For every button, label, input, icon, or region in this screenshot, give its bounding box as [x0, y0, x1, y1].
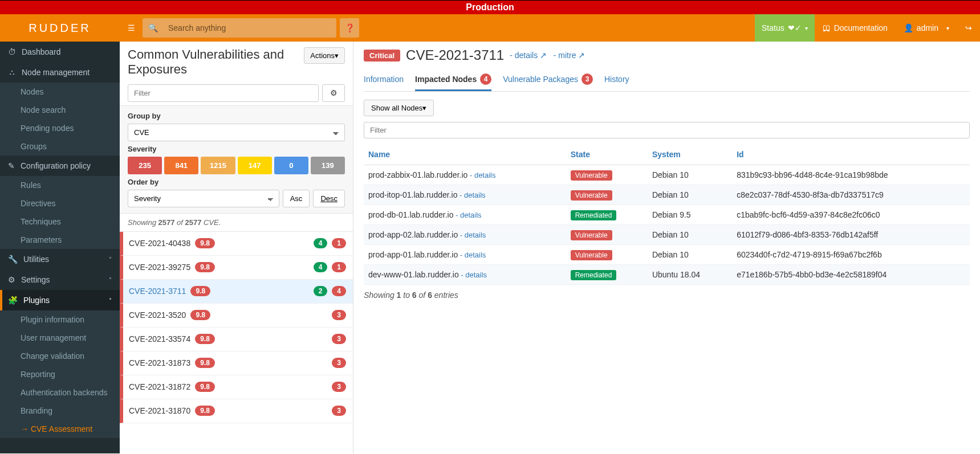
sidebar-subitem-cve-assessment[interactable]: CVE Assessment	[0, 420, 120, 438]
sidebar-subitem-techniques[interactable]: Techniques	[0, 212, 120, 231]
cve-filter-input[interactable]	[128, 84, 319, 102]
cve-score-badge: 9.8	[195, 382, 215, 392]
sidebar-item-settings[interactable]: ⚙Settings˅	[0, 269, 120, 290]
sidebar-subitem-plugin-information[interactable]: Plugin information	[0, 310, 120, 329]
tab-impacted-nodes[interactable]: Impacted Nodes 4	[415, 69, 491, 91]
tab-history[interactable]: History	[604, 69, 629, 91]
tab-vulnerable-packages[interactable]: Vulnerable Packages 3	[503, 69, 593, 91]
sidebar-item-plugins[interactable]: 🧩Plugins˄	[0, 290, 120, 310]
cve-list-item[interactable]: CVE-2021-37119.824	[120, 280, 353, 304]
remediated-count-badge: 4	[314, 238, 328, 248]
remediated-count-badge: 4	[314, 262, 328, 272]
sidebar-subitem-directives[interactable]: Directives	[0, 194, 120, 212]
chevron-down-icon: ˅	[109, 277, 112, 283]
search-help-button[interactable]: ❓	[340, 18, 359, 38]
documentation-link[interactable]: 🕮 Documentation	[815, 14, 896, 42]
col-system[interactable]: System	[648, 144, 732, 165]
group-by-select[interactable]: CVE	[128, 124, 345, 141]
node-details-link[interactable]: - details	[459, 271, 487, 279]
nodes-filter-input[interactable]	[364, 122, 970, 138]
col-state[interactable]: State	[566, 144, 648, 165]
filter-options-toggle[interactable]: ⚙	[322, 84, 345, 102]
sidebar-subitem-rules[interactable]: Rules	[0, 176, 120, 194]
sidebar-subitem-node-search[interactable]: Node search	[0, 101, 120, 119]
page-title: Common Vulnerabilities and Exposures	[128, 47, 304, 77]
severity-filter-pill[interactable]: 235	[128, 157, 162, 174]
sort-desc-button[interactable]: Desc	[313, 190, 345, 207]
status-dropdown[interactable]: Status ❤︎✓ ▾	[755, 14, 815, 42]
vulnerable-count-badge: 1	[332, 262, 346, 272]
sidebar-item-label: Dashboard	[22, 47, 61, 56]
sidebar-item-dashboard[interactable]: ⏱Dashboard	[0, 42, 120, 62]
sidebar-subitem-reporting[interactable]: Reporting	[0, 365, 120, 383]
severity-filter-pill[interactable]: 1215	[201, 157, 235, 174]
sidebar-item-node-management[interactable]: ⛬Node management	[0, 62, 120, 83]
cve-mitre-link[interactable]: - mitre ↗	[554, 51, 585, 60]
puzzle-icon: 🧩	[8, 296, 18, 305]
sidebar-subitem-branding[interactable]: Branding	[0, 402, 120, 420]
logout-button[interactable]: ↪	[957, 14, 980, 42]
node-id: 61012f79-d086-4bf3-8353-76db142af5ff	[732, 225, 970, 245]
cve-score-badge: 9.8	[195, 334, 215, 344]
node-details-link[interactable]: - details	[458, 251, 486, 259]
vulnerable-count-badge: 3	[332, 358, 346, 368]
cve-id-label: CVE-2021-31870	[129, 406, 190, 415]
cve-count-summary: Showing 2577 of 2577 CVE.	[120, 214, 353, 232]
node-details-link[interactable]: - details	[457, 191, 485, 199]
sidebar-subitem-pending-nodes[interactable]: Pending nodes	[0, 119, 120, 137]
search-input[interactable]	[168, 23, 331, 32]
sidebar-item-configuration-policy[interactable]: ✎Configuration policy	[0, 156, 120, 176]
sidebar-subitem-nodes[interactable]: Nodes	[0, 83, 120, 101]
sidebar-item-utilities[interactable]: 🔧Utilities˅	[0, 249, 120, 269]
caret-down-icon: ▾	[335, 51, 339, 60]
table-row: prod-app-01.lab.rudder.io - detailsVulne…	[364, 245, 970, 265]
tab-information[interactable]: Information	[364, 69, 404, 91]
caret-down-icon: ▾	[422, 104, 426, 112]
sign-out-icon: ↪	[965, 23, 972, 32]
sidebar-item-label: Plugins	[23, 296, 50, 305]
brand-logo[interactable]: RUDDER	[0, 14, 120, 42]
environment-banner: Production	[0, 0, 980, 14]
sidebar-toggle[interactable]: ☰	[120, 23, 143, 32]
node-system: Ubuntu 18.04	[648, 265, 732, 285]
remediated-count-badge: 2	[314, 286, 328, 296]
sidebar-item-label: Configuration policy	[21, 161, 91, 170]
cve-list-item[interactable]: CVE-2021-335749.83	[120, 328, 353, 351]
node-details-link[interactable]: - details	[453, 211, 481, 219]
cve-list-item[interactable]: CVE-2021-318739.83	[120, 351, 353, 375]
severity-filter-pill[interactable]: 841	[164, 157, 198, 174]
severity-filter-row: 23584112151470139	[128, 157, 345, 174]
cve-list-item[interactable]: CVE-2021-318709.83	[120, 399, 353, 423]
node-system: Debian 10	[648, 245, 732, 265]
node-details-link[interactable]: - details	[458, 231, 486, 239]
cve-list-item[interactable]: CVE-2021-404389.841	[120, 232, 353, 256]
show-nodes-dropdown[interactable]: Show all Nodes▾	[364, 100, 434, 116]
col-id[interactable]: Id	[732, 144, 970, 165]
sidebar-subitem-change-validation[interactable]: Change validation	[0, 347, 120, 365]
order-by-select[interactable]: Severity	[128, 190, 279, 207]
actions-dropdown[interactable]: Actions▾	[304, 47, 345, 64]
severity-filter-pill[interactable]: 147	[238, 157, 272, 174]
user-menu[interactable]: 👤 admin ▾	[896, 14, 957, 42]
cve-details-link[interactable]: - details ↗	[510, 51, 547, 60]
severity-filter-pill[interactable]: 0	[274, 157, 308, 174]
sort-asc-button[interactable]: Asc	[283, 190, 310, 207]
sidebar-subitem-user-management[interactable]: User management	[0, 329, 120, 347]
node-details-link[interactable]: - details	[467, 171, 495, 179]
cve-list-item[interactable]: CVE-2021-35209.83	[120, 304, 353, 328]
sidebar-subitem-parameters[interactable]: Parameters	[0, 231, 120, 249]
sidebar-subitem-authentication-backends[interactable]: Authentication backends	[0, 383, 120, 402]
cve-list-item[interactable]: CVE-2021-392759.841	[120, 256, 353, 280]
node-name: prod-app-02.lab.rudder.io	[368, 230, 458, 239]
severity-filter-pill[interactable]: 139	[311, 157, 345, 174]
col-name[interactable]: Name	[364, 144, 566, 165]
node-id: 831b9c93-bb96-4d48-8c4e-91ca19b98bde	[732, 165, 970, 185]
node-system: Debian 10	[648, 165, 732, 185]
table-row: prod-db-01.lab.rudder.io - detailsRemedi…	[364, 205, 970, 225]
global-search[interactable]: 🔍	[143, 18, 336, 38]
cve-list-item[interactable]: CVE-2021-318729.83	[120, 375, 353, 399]
state-badge: Vulnerable	[571, 230, 612, 240]
node-system: Debian 10	[648, 225, 732, 245]
cve-id-label: CVE-2021-3520	[129, 310, 186, 320]
sidebar-subitem-groups[interactable]: Groups	[0, 137, 120, 156]
